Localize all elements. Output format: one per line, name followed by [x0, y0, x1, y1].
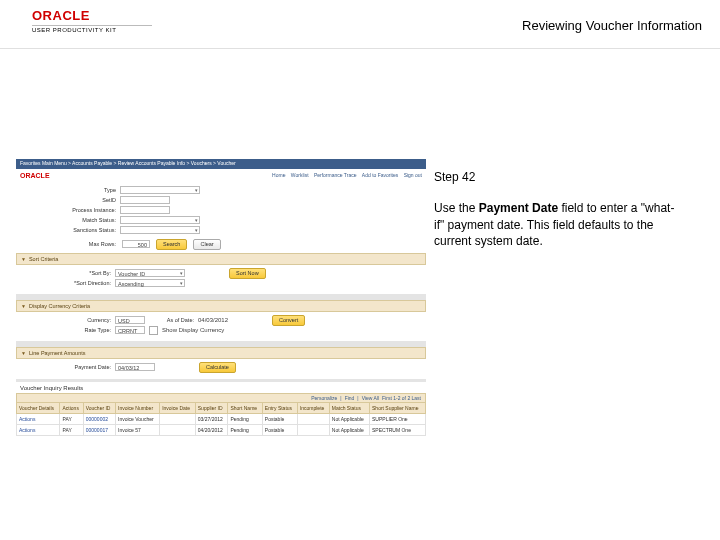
match-status-label: Match Status:: [56, 217, 116, 223]
cell: Postable: [262, 414, 297, 425]
sort-direction-input[interactable]: Ascending: [115, 279, 185, 287]
show-display-label: Show Display Currency: [162, 327, 224, 333]
link-signout[interactable]: Sign out: [404, 172, 422, 178]
cell: PAY: [60, 425, 83, 436]
setid-label: SetID: [56, 197, 116, 203]
pager-personalize[interactable]: Personalize: [311, 395, 337, 401]
link-add-favorites[interactable]: Add to Favorites: [362, 172, 398, 178]
rate-type-label: Rate Type:: [56, 327, 111, 333]
pager-range: First 1-2 of 2 Last: [382, 395, 421, 401]
section-sort-criteria[interactable]: ▼ Sort Criteria: [16, 253, 426, 265]
instruction-text: Use the Payment Date field to enter a "w…: [434, 200, 684, 250]
brand-logo: ORACLE USER PRODUCTIVITY KIT: [32, 8, 152, 33]
cell: 04/20/2012: [195, 425, 228, 436]
instr-bold: Payment Date: [479, 201, 558, 215]
app-header-row: ORACLE Home Worklist Performance Trace A…: [16, 169, 426, 181]
col-invoice-date[interactable]: Invoice Date: [160, 403, 196, 414]
results-pager: Personalize| Find| View All First 1-2 of…: [16, 393, 426, 402]
topic-title: Reviewing Voucher Information: [522, 18, 702, 33]
step-label: Step 42: [434, 169, 684, 186]
cell[interactable]: 00000017: [83, 425, 115, 436]
cell: Not Applicable: [329, 414, 369, 425]
cell: [297, 425, 329, 436]
app-breadcrumb: Favorites Main Menu > Accounts Payable >…: [16, 159, 426, 169]
col-actions[interactable]: Actions: [60, 403, 83, 414]
cell[interactable]: 00000002: [83, 414, 115, 425]
cell-actions-link[interactable]: Actions: [17, 414, 60, 425]
col-voucher-id[interactable]: Voucher ID: [83, 403, 115, 414]
display-currency-body: Currency: USD As of Date: 04/03/2012 Rat…: [16, 312, 426, 341]
brand-text: ORACLE: [32, 8, 152, 23]
results-table: Voucher Details Actions Voucher ID Invoi…: [16, 402, 426, 436]
link-worklist[interactable]: Worklist: [291, 172, 309, 178]
sanctions-status-label: Sanctions Status:: [56, 227, 116, 233]
pager-viewall[interactable]: View All: [362, 395, 379, 401]
search-button[interactable]: Search: [156, 239, 187, 250]
display-currency-title: Display Currency Criteria: [29, 301, 90, 311]
collapse-icon: ▼: [21, 254, 26, 264]
sort-criteria-body: *Sort By: Voucher ID *Sort Direction: As…: [16, 265, 426, 294]
col-supplier-name[interactable]: Short Supplier Name: [370, 403, 426, 414]
cell: [297, 414, 329, 425]
results-title: Voucher Inquiry Results: [16, 382, 426, 393]
app-header-links: Home Worklist Performance Trace Add to F…: [268, 172, 422, 178]
table-header-row: Voucher Details Actions Voucher ID Invoi…: [17, 403, 426, 414]
main-area: Favorites Main Menu > Accounts Payable >…: [0, 49, 720, 436]
sanctions-status-input[interactable]: [120, 226, 200, 234]
payment-date-input[interactable]: 04/03/12: [115, 363, 155, 371]
col-entry-status[interactable]: Entry Status: [262, 403, 297, 414]
instruction-panel: Step 42 Use the Payment Date field to en…: [434, 169, 694, 250]
cell: Invoice Voucher: [116, 414, 160, 425]
cell: SPECTRUM One: [370, 425, 426, 436]
header: ORACLE USER PRODUCTIVITY KIT Reviewing V…: [0, 0, 720, 49]
app-logo: ORACLE: [20, 172, 50, 179]
as-of-date-label: As of Date:: [149, 317, 194, 323]
cell-actions-link[interactable]: Actions: [17, 425, 60, 436]
instr-pre: Use the: [434, 201, 479, 215]
show-display-checkbox[interactable]: [149, 326, 158, 335]
type-input[interactable]: [120, 186, 200, 194]
rate-type-input[interactable]: CRRNT: [115, 326, 145, 334]
max-rows-input[interactable]: 500: [122, 240, 150, 248]
cell: Pending: [228, 414, 262, 425]
type-label: Type: [56, 187, 116, 193]
line-payment-title: Line Payment Amounts: [29, 348, 86, 358]
section-display-currency[interactable]: ▼ Display Currency Criteria: [16, 300, 426, 312]
clear-button[interactable]: Clear: [193, 239, 220, 250]
line-payment-body: Payment Date: 04/03/12 Calculate: [16, 359, 426, 379]
sort-criteria-title: Sort Criteria: [29, 254, 58, 264]
col-short-name[interactable]: Short Name: [228, 403, 262, 414]
table-row[interactable]: Actions PAY 00000017 Invoice 57 04/20/20…: [17, 425, 426, 436]
cell: Not Applicable: [329, 425, 369, 436]
sort-by-label: *Sort By:: [56, 270, 111, 276]
link-perf-trace[interactable]: Performance Trace: [314, 172, 357, 178]
cell: [160, 414, 196, 425]
table-row[interactable]: Actions PAY 00000002 Invoice Voucher 03/…: [17, 414, 426, 425]
match-status-input[interactable]: [120, 216, 200, 224]
currency-input[interactable]: USD: [115, 316, 145, 324]
convert-button[interactable]: Convert: [272, 315, 305, 326]
pager-find[interactable]: Find: [345, 395, 355, 401]
calculate-button[interactable]: Calculate: [199, 362, 236, 373]
collapse-icon: ▼: [21, 301, 26, 311]
cell: [160, 425, 196, 436]
setid-input[interactable]: [120, 196, 170, 204]
col-incomplete[interactable]: Incomplete: [297, 403, 329, 414]
brand-subtext: USER PRODUCTIVITY KIT: [32, 25, 152, 33]
section-line-payment[interactable]: ▼ Line Payment Amounts: [16, 347, 426, 359]
sort-now-button[interactable]: Sort Now: [229, 268, 266, 279]
link-home[interactable]: Home: [272, 172, 285, 178]
search-form: Type SetID Process Instance: Match Statu…: [16, 181, 426, 253]
as-of-date-value: 04/03/2012: [198, 317, 228, 323]
col-invoice-number[interactable]: Invoice Number: [116, 403, 160, 414]
sort-by-input[interactable]: Voucher ID: [115, 269, 185, 277]
col-supplier-id[interactable]: Supplier ID: [195, 403, 228, 414]
collapse-icon: ▼: [21, 348, 26, 358]
screenshot-panel: Favorites Main Menu > Accounts Payable >…: [16, 159, 426, 436]
cell: Invoice 57: [116, 425, 160, 436]
col-voucher-details[interactable]: Voucher Details: [17, 403, 60, 414]
process-instance-input[interactable]: [120, 206, 170, 214]
payment-date-label: Payment Date:: [56, 364, 111, 370]
process-instance-label: Process Instance:: [56, 207, 116, 213]
col-match-status[interactable]: Match Status: [329, 403, 369, 414]
